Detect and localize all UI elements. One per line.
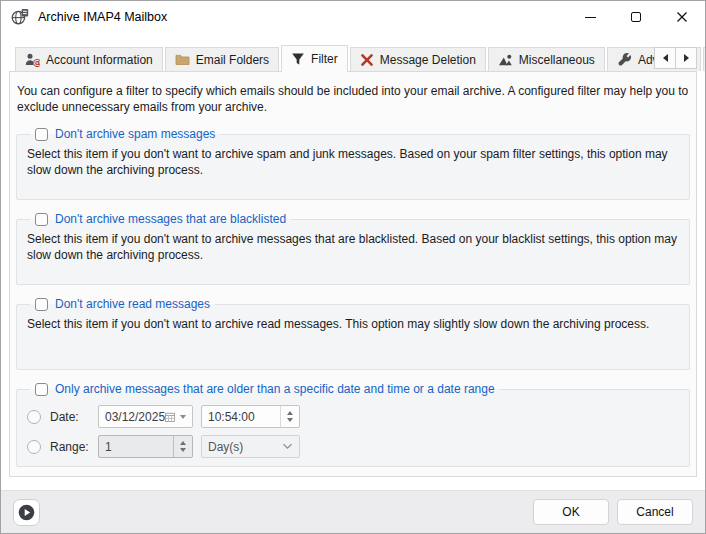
group-description: Select this item if you don't want to ar… <box>27 143 679 191</box>
dialog-footer: OK Cancel <box>1 490 705 533</box>
play-icon <box>18 504 35 521</box>
folder-icon <box>175 52 190 67</box>
spin-up-icon <box>180 441 186 445</box>
group-caption: Don't archive spam messages <box>30 127 220 141</box>
group-dont-archive-spam: Don't archive spam messages Select this … <box>16 127 690 200</box>
tab-scroll-left-button[interactable] <box>654 47 676 69</box>
dont-archive-blacklisted-checkbox[interactable] <box>35 213 48 226</box>
red-x-icon <box>360 53 374 67</box>
maximize-icon <box>631 12 641 22</box>
checkbox-label[interactable]: Don't archive spam messages <box>55 127 215 141</box>
tab-scroll-buttons <box>654 47 697 69</box>
checkbox-label[interactable]: Don't archive messages that are blacklis… <box>55 212 286 226</box>
tab-email-folders[interactable]: Email Folders <box>165 47 279 71</box>
range-row: Range: 1 Day(s) <box>27 435 679 458</box>
filter-tab-page: You can configure a filter to specify wh… <box>9 71 697 477</box>
footer-buttons: OK Cancel <box>533 499 693 525</box>
checkbox-label[interactable]: Only archive messages that are older tha… <box>55 382 495 396</box>
intro-text: You can configure a filter to specify wh… <box>17 83 689 115</box>
only-archive-older-checkbox[interactable] <box>35 383 48 396</box>
minimize-icon <box>585 17 596 18</box>
funnel-icon <box>291 52 305 66</box>
checkbox-label[interactable]: Don't archive read messages <box>55 297 210 311</box>
ok-button[interactable]: OK <box>533 499 609 525</box>
dialog-body: @ Account Information Email Folders Filt… <box>1 33 705 490</box>
tab-message-deletion[interactable]: Message Deletion <box>350 47 486 71</box>
tab-scroll-right-button[interactable] <box>675 47 697 69</box>
maximize-button[interactable] <box>613 1 659 33</box>
spin-up-icon <box>287 411 293 415</box>
group-description: Select this item if you don't want to ar… <box>27 228 679 276</box>
tab-strip: @ Account Information Email Folders Filt… <box>15 45 697 71</box>
archive-imap4-mailbox-dialog: Archive IMAP4 Mailbox @ Account Info <box>0 0 706 534</box>
dont-archive-read-checkbox[interactable] <box>35 298 48 311</box>
svg-text:@: @ <box>32 56 40 67</box>
tab-label: Filter <box>311 52 338 66</box>
range-radio-label[interactable]: Range: <box>50 440 98 454</box>
range-spinner[interactable] <box>173 436 186 457</box>
range-unit-dropdown[interactable]: Day(s) <box>201 435 300 458</box>
app-globe-icon <box>11 8 29 26</box>
range-value: 1 <box>105 440 173 454</box>
titlebar: Archive IMAP4 Mailbox <box>1 1 705 33</box>
date-radio-label[interactable]: Date: <box>50 410 98 424</box>
account-at-icon: @ <box>25 52 40 67</box>
chevron-down-icon <box>282 443 293 450</box>
image-icon <box>498 52 513 67</box>
calendar-icon <box>165 411 175 423</box>
group-dont-archive-blacklisted: Don't archive messages that are blacklis… <box>16 212 690 285</box>
tab-label: Message Deletion <box>380 53 476 67</box>
tab-label: Miscellaneous <box>519 53 595 67</box>
date-radio[interactable] <box>27 410 41 424</box>
date-picker[interactable]: 03/12/2025 <box>98 405 193 428</box>
date-value: 03/12/2025 <box>105 410 165 424</box>
window-title: Archive IMAP4 Mailbox <box>38 10 167 24</box>
time-picker[interactable]: 10:54:00 <box>201 405 300 428</box>
calendar-dropdown-icon <box>180 415 186 419</box>
group-caption: Don't archive read messages <box>30 297 215 311</box>
spin-down-icon <box>287 418 293 422</box>
wrench-icon <box>617 52 632 67</box>
cancel-button[interactable]: Cancel <box>617 499 693 525</box>
time-value: 10:54:00 <box>208 410 280 424</box>
group-dont-archive-read: Don't archive read messages Select this … <box>16 297 690 370</box>
tab-label: Email Folders <box>196 53 269 67</box>
tab-account-information[interactable]: @ Account Information <box>15 47 163 71</box>
range-spinner-field[interactable]: 1 <box>98 435 193 458</box>
range-radio[interactable] <box>27 440 41 454</box>
group-caption: Only archive messages that are older tha… <box>30 382 500 396</box>
group-description: Select this item if you don't want to ar… <box>27 313 679 361</box>
time-spinner[interactable] <box>280 406 293 427</box>
play-button[interactable] <box>13 499 40 526</box>
tab-label: Account Information <box>46 53 153 67</box>
group-caption: Don't archive messages that are blacklis… <box>30 212 291 226</box>
group-only-archive-older: Only archive messages that are older tha… <box>16 382 690 467</box>
dont-archive-spam-checkbox[interactable] <box>35 128 48 141</box>
arrow-right-icon <box>684 54 689 62</box>
close-icon <box>676 11 688 23</box>
close-button[interactable] <box>659 1 705 33</box>
spin-down-icon <box>180 448 186 452</box>
tab-miscellaneous[interactable]: Miscellaneous <box>488 47 605 71</box>
date-row: Date: 03/12/2025 10:54:00 <box>27 405 679 428</box>
tab-filter[interactable]: Filter <box>281 45 348 72</box>
range-unit-value: Day(s) <box>208 440 243 454</box>
arrow-left-icon <box>663 54 668 62</box>
window-controls <box>567 1 705 33</box>
minimize-button[interactable] <box>567 1 613 33</box>
